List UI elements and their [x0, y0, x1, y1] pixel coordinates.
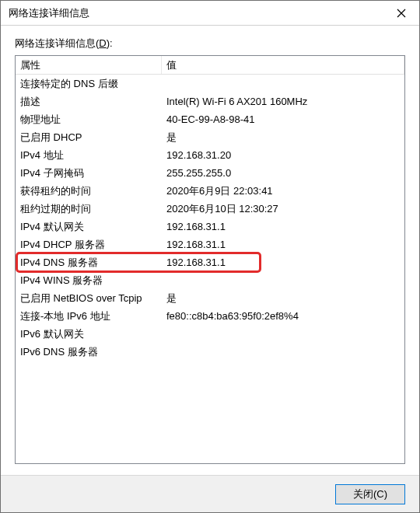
property-cell: IPv4 DNS 服务器	[16, 253, 162, 271]
value-cell: 是	[162, 289, 404, 307]
column-header-property[interactable]: 属性	[16, 56, 162, 74]
button-bar: 关闭(C)	[1, 475, 419, 512]
details-label-suffix: ):	[107, 37, 113, 49]
property-cell: 物理地址	[16, 110, 162, 128]
table-row[interactable]: 物理地址40-EC-99-A8-98-41	[16, 110, 404, 128]
value-cell: 2020年6月10日 12:30:27	[162, 200, 404, 218]
list-header: 属性 值	[16, 56, 404, 75]
table-row[interactable]: IPv4 WINS 服务器	[16, 271, 404, 289]
property-cell: IPv4 WINS 服务器	[16, 271, 162, 289]
details-label-prefix: 网络连接详细信息(	[15, 37, 99, 49]
table-row[interactable]: 连接特定的 DNS 后缀	[16, 75, 404, 92]
table-row[interactable]: 已启用 NetBIOS over Tcpip是	[16, 289, 404, 307]
table-row[interactable]: IPv4 默认网关192.168.31.1	[16, 218, 404, 236]
window-title: 网络连接详细信息	[9, 6, 383, 20]
table-row[interactable]: IPv4 子网掩码255.255.255.0	[16, 164, 404, 182]
property-cell: 连接-本地 IPv6 地址	[16, 307, 162, 325]
table-row[interactable]: IPv4 地址192.168.31.20	[16, 146, 404, 164]
value-cell: fe80::c8b4:ba63:95f0:2ef8%4	[162, 307, 404, 325]
table-row[interactable]: IPv4 DNS 服务器192.168.31.1	[16, 253, 404, 271]
table-row[interactable]: 获得租约的时间2020年6月9日 22:03:41	[16, 182, 404, 200]
property-cell: 获得租约的时间	[16, 182, 162, 200]
property-cell: IPv4 子网掩码	[16, 164, 162, 182]
table-row[interactable]: 描述Intel(R) Wi-Fi 6 AX201 160MHz	[16, 92, 404, 110]
value-cell	[162, 75, 404, 92]
value-cell: 40-EC-99-A8-98-41	[162, 110, 404, 128]
close-icon[interactable]	[383, 1, 419, 26]
property-cell: IPv6 DNS 服务器	[16, 343, 162, 361]
value-cell	[162, 343, 404, 361]
value-cell	[162, 325, 404, 343]
property-cell: IPv4 默认网关	[16, 218, 162, 236]
value-cell: 192.168.31.1	[162, 236, 404, 253]
property-cell: IPv6 默认网关	[16, 325, 162, 343]
details-label-hotkey: D	[99, 37, 106, 49]
value-cell: 2020年6月9日 22:03:41	[162, 182, 404, 200]
value-cell: 192.168.31.20	[162, 146, 404, 164]
titlebar: 网络连接详细信息	[1, 1, 419, 26]
property-cell: 描述	[16, 92, 162, 110]
value-cell: 是	[162, 128, 404, 146]
value-cell: 192.168.31.1	[162, 253, 404, 271]
property-cell: 连接特定的 DNS 后缀	[16, 75, 162, 92]
property-cell: 已启用 NetBIOS over Tcpip	[16, 289, 162, 307]
details-label: 网络连接详细信息(D):	[15, 37, 405, 51]
value-cell: 255.255.255.0	[162, 164, 404, 182]
property-cell: 租约过期的时间	[16, 200, 162, 218]
table-row[interactable]: 租约过期的时间2020年6月10日 12:30:27	[16, 200, 404, 218]
value-cell	[162, 271, 404, 289]
list-body: 连接特定的 DNS 后缀描述Intel(R) Wi-Fi 6 AX201 160…	[16, 75, 404, 361]
value-cell: Intel(R) Wi-Fi 6 AX201 160MHz	[162, 92, 404, 110]
dialog-body: 网络连接详细信息(D): 属性 值 连接特定的 DNS 后缀描述Intel(R)…	[1, 26, 419, 475]
table-row[interactable]: IPv4 DHCP 服务器192.168.31.1	[16, 236, 404, 253]
table-row[interactable]: 连接-本地 IPv6 地址fe80::c8b4:ba63:95f0:2ef8%4	[16, 307, 404, 325]
dialog-window: 网络连接详细信息 网络连接详细信息(D): 属性 值 连接特定的 DNS 后缀描…	[0, 0, 420, 513]
value-cell: 192.168.31.1	[162, 218, 404, 236]
column-header-value[interactable]: 值	[162, 56, 404, 74]
table-row[interactable]: 已启用 DHCP是	[16, 128, 404, 146]
table-row[interactable]: IPv6 DNS 服务器	[16, 343, 404, 361]
property-cell: IPv4 地址	[16, 146, 162, 164]
close-button[interactable]: 关闭(C)	[335, 484, 405, 504]
table-row[interactable]: IPv6 默认网关	[16, 325, 404, 343]
property-cell: 已启用 DHCP	[16, 128, 162, 146]
property-cell: IPv4 DHCP 服务器	[16, 236, 162, 253]
details-listbox[interactable]: 属性 值 连接特定的 DNS 后缀描述Intel(R) Wi-Fi 6 AX20…	[15, 55, 405, 464]
